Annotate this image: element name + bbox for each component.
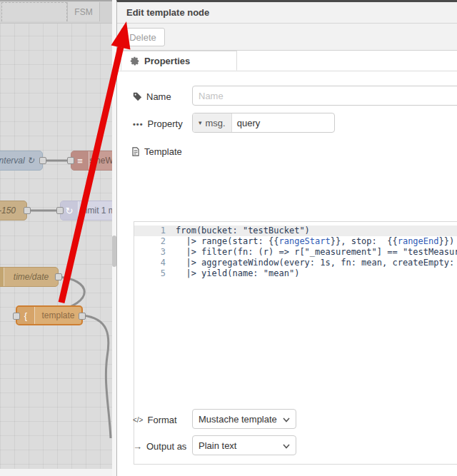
ellipsis-icon: ••• (133, 120, 144, 128)
code-line: 1from(bucket: "testBucket") (134, 226, 457, 236)
chevron-down-icon (283, 440, 290, 451)
node-label: time/date (4, 268, 58, 286)
code-text: |> filter(fn: (r) => r["_measurement"] =… (176, 247, 457, 258)
caret-down-icon: ▾ (199, 119, 202, 126)
tab-properties-label: Properties (144, 56, 190, 66)
node-ms-150[interactable]: s-150 (0, 201, 27, 221)
tag-icon (133, 92, 142, 101)
node-interval[interactable]: interval ↻ (0, 151, 43, 171)
app-window: interval ↻≡sineWaves-150↻limit 1 msftime… (0, 0, 457, 476)
workspace-tab-bar: FSM (0, 0, 112, 24)
dialog-header: Edit template node (117, 2, 457, 24)
input-port[interactable] (13, 313, 20, 320)
output-as-field-label: → Output as (133, 441, 186, 452)
input-port[interactable] (67, 157, 74, 164)
node-label: s-150 (0, 201, 26, 220)
code-lines: 1from(bucket: "testBucket")2 |> range(st… (134, 226, 457, 279)
line-number: 3 (134, 247, 176, 258)
template-file-icon (131, 147, 140, 156)
output-port[interactable] (55, 273, 62, 280)
code-text: from(bucket: "testBucket") (176, 226, 310, 236)
node-sinewave[interactable]: ≡sineWave (71, 151, 112, 171)
property-field-label: ••• Property (133, 118, 183, 129)
chevron-down-icon (283, 414, 290, 425)
dialog-toolbar: Delete (117, 24, 457, 51)
arrow-right-icon: → (133, 441, 142, 452)
output-port[interactable] (39, 157, 46, 164)
wire (83, 315, 111, 438)
code-icon: </> (133, 416, 143, 424)
property-input-group: ▾ msg. query (192, 113, 335, 133)
node-label: sineWave (89, 151, 112, 170)
node-label: interval ↻ (0, 151, 42, 170)
node-label: template (35, 307, 81, 324)
node-label: limit 1 ms (79, 201, 112, 220)
node-limit-1-ms[interactable]: ↻limit 1 ms (60, 201, 112, 221)
edit-dialog: Edit template node Delete Properties Nam… (116, 0, 457, 476)
line-number: 5 (134, 268, 176, 279)
name-field-label: Name (133, 91, 171, 102)
format-select[interactable]: Mustache template (192, 409, 296, 429)
output-as-select[interactable]: Plain text (192, 435, 296, 455)
code-line: 3 |> filter(fn: (r) => r["_measurement"]… (134, 247, 457, 258)
code-text: |> yield(name: "mean") (176, 268, 299, 279)
code-line: 5 |> yield(name: "mean") (134, 268, 457, 279)
format-field-label: </> Format (133, 415, 177, 425)
dialog-tab-bar: Properties (117, 51, 457, 71)
code-text: |> aggregateWindow(every: 1s, fn: mean, … (176, 258, 457, 268)
canvas-horizontal-scrollbar[interactable] (0, 469, 112, 476)
flow-canvas[interactable]: interval ↻≡sineWaves-150↻limit 1 msftime… (0, 0, 112, 476)
output-port[interactable] (79, 313, 86, 320)
dialog-title: Edit template node (126, 7, 209, 18)
line-number: 2 (134, 236, 176, 247)
workspace-tab[interactable] (1, 2, 67, 21)
wire-layer (0, 0, 112, 476)
template-field-label: Template (131, 146, 182, 157)
node-template[interactable]: {template (16, 305, 83, 325)
input-port[interactable] (56, 207, 64, 214)
property-type-select[interactable]: ▾ msg. (193, 113, 232, 132)
line-number: 4 (134, 258, 176, 268)
workspace-tab-label: FSM (74, 7, 92, 17)
code-line: 4 |> aggregateWindow(every: 1s, fn: mean… (134, 258, 457, 268)
tab-properties[interactable]: Properties (121, 51, 237, 71)
output-port[interactable] (24, 207, 31, 214)
code-line: 2 |> range(start: {{rangeStart}}, stop: … (134, 236, 457, 247)
name-input[interactable] (192, 86, 457, 106)
line-number: 1 (134, 226, 176, 236)
code-text: |> range(start: {{rangeStart}}, stop: {{… (176, 236, 454, 247)
node-time-date[interactable]: ftime/date (0, 267, 59, 287)
workspace-tab-fsm[interactable]: FSM (67, 2, 100, 21)
property-input[interactable]: query (232, 113, 266, 132)
delete-button[interactable]: Delete (121, 28, 165, 46)
gear-icon (130, 56, 139, 66)
